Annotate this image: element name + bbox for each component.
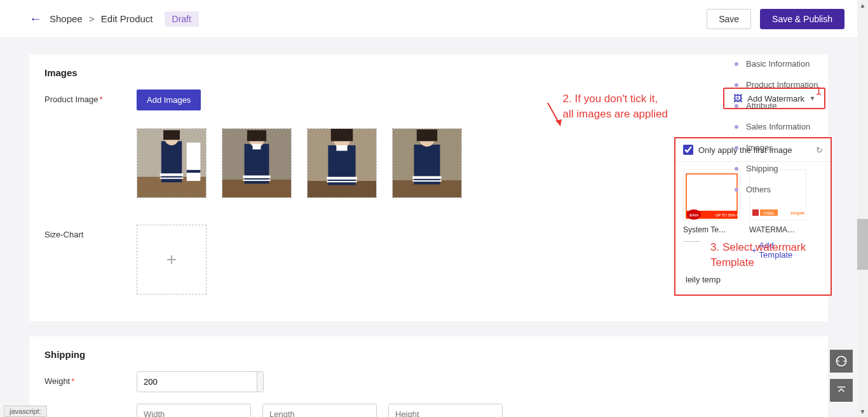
support-icon[interactable] bbox=[830, 350, 853, 373]
parcel-size-label bbox=[44, 404, 137, 409]
height-field[interactable] bbox=[388, 404, 503, 417]
scroll-down-icon[interactable]: ▼ bbox=[857, 406, 868, 417]
svg-text:FREE: FREE bbox=[764, 211, 774, 215]
svg-rect-31 bbox=[417, 129, 437, 141]
svg-rect-28 bbox=[412, 176, 441, 179]
add-template-link[interactable]: + Add Template bbox=[752, 241, 806, 260]
weight-field[interactable] bbox=[137, 372, 257, 392]
weight-label: Weight* bbox=[44, 371, 137, 386]
shipping-card: Shipping Weight* g bbox=[29, 336, 828, 417]
breadcrumb-separator: > bbox=[89, 13, 95, 24]
svg-text:฿999: ฿999 bbox=[689, 213, 699, 217]
scroll-thumb[interactable] bbox=[857, 219, 868, 270]
breadcrumb: Shopee > Edit Product bbox=[50, 13, 153, 24]
svg-rect-4 bbox=[160, 178, 184, 179]
back-arrow-icon[interactable]: ← bbox=[29, 11, 42, 26]
scroll-top-icon[interactable] bbox=[830, 379, 853, 402]
save-publish-button[interactable]: Save & Publish bbox=[760, 9, 844, 29]
svg-rect-37 bbox=[752, 209, 759, 216]
svg-rect-21 bbox=[327, 181, 357, 182]
svg-rect-16 bbox=[253, 144, 261, 150]
add-images-button[interactable]: Add Images bbox=[137, 89, 201, 110]
shipping-card-title: Shipping bbox=[44, 349, 813, 360]
save-button[interactable]: Save bbox=[707, 9, 751, 29]
svg-rect-8 bbox=[187, 170, 201, 173]
nav-images[interactable]: Images bbox=[735, 137, 849, 158]
size-chart-upload[interactable]: + bbox=[137, 225, 207, 295]
svg-rect-3 bbox=[160, 173, 184, 176]
nav-product-information[interactable]: Product Information bbox=[735, 74, 849, 95]
breadcrumb-page: Edit Product bbox=[101, 13, 153, 24]
nav-basic-information[interactable]: Basic Information bbox=[735, 53, 849, 74]
length-field[interactable] bbox=[262, 404, 377, 417]
svg-rect-24 bbox=[336, 145, 347, 151]
size-chart-label: Size-Chart bbox=[44, 225, 137, 239]
product-image-thumb[interactable] bbox=[222, 128, 292, 198]
leily-temp-row[interactable]: leily temp bbox=[675, 267, 831, 295]
statusbar: javascript: bbox=[4, 406, 47, 417]
svg-text:shopee: shopee bbox=[790, 211, 804, 216]
nav-attribute[interactable]: Attribute bbox=[735, 95, 849, 116]
float-buttons bbox=[830, 350, 853, 402]
svg-rect-23 bbox=[331, 129, 353, 141]
svg-rect-13 bbox=[243, 180, 270, 181]
scrollbar[interactable]: ▲ ▼ bbox=[857, 0, 868, 417]
product-image-label: Product Image* bbox=[44, 89, 137, 104]
nav-shipping[interactable]: Shipping bbox=[735, 158, 849, 179]
required-asterisk: * bbox=[71, 376, 74, 386]
plus-icon: + bbox=[166, 249, 177, 270]
svg-rect-6 bbox=[163, 130, 180, 140]
weight-input[interactable]: g bbox=[137, 371, 264, 392]
section-nav: Basic Information Product Information At… bbox=[735, 53, 849, 200]
template-sub: ——— bbox=[683, 238, 740, 244]
nav-sales-information[interactable]: Sales Information bbox=[735, 116, 849, 137]
page-body: Images Product Image* Add Images Size-Ch… bbox=[0, 38, 857, 417]
images-card: Images Product Image* Add Images Size-Ch… bbox=[29, 55, 828, 321]
breadcrumb-shop[interactable]: Shopee bbox=[50, 13, 83, 24]
draft-badge: Draft bbox=[165, 11, 199, 27]
nav-others[interactable]: Others bbox=[735, 179, 849, 200]
svg-rect-15 bbox=[247, 130, 266, 141]
plus-icon: + bbox=[752, 246, 757, 255]
required-asterisk: * bbox=[100, 95, 103, 104]
images-card-title: Images bbox=[44, 67, 813, 78]
svg-rect-29 bbox=[412, 180, 441, 182]
product-image-thumb[interactable] bbox=[392, 128, 462, 198]
weight-unit: g bbox=[257, 372, 264, 392]
template-name: System Te… bbox=[683, 225, 740, 234]
template-name: WATERMA… bbox=[749, 225, 806, 234]
svg-rect-12 bbox=[243, 175, 270, 178]
product-image-thumb[interactable] bbox=[307, 128, 377, 198]
svg-rect-7 bbox=[187, 143, 201, 181]
svg-text:UP TO 50% OFF: UP TO 50% OFF bbox=[715, 213, 738, 217]
watermark-template[interactable]: ฿999 UP TO 50% OFF System Te… ——— bbox=[683, 169, 740, 260]
product-image-thumb[interactable] bbox=[137, 128, 207, 198]
topbar: ← Shopee > Edit Product Draft Save Save … bbox=[0, 0, 857, 38]
svg-rect-20 bbox=[327, 177, 357, 180]
width-field[interactable] bbox=[137, 404, 251, 417]
scroll-up-icon[interactable]: ▲ bbox=[857, 0, 868, 11]
apply-first-checkbox[interactable] bbox=[683, 145, 693, 155]
